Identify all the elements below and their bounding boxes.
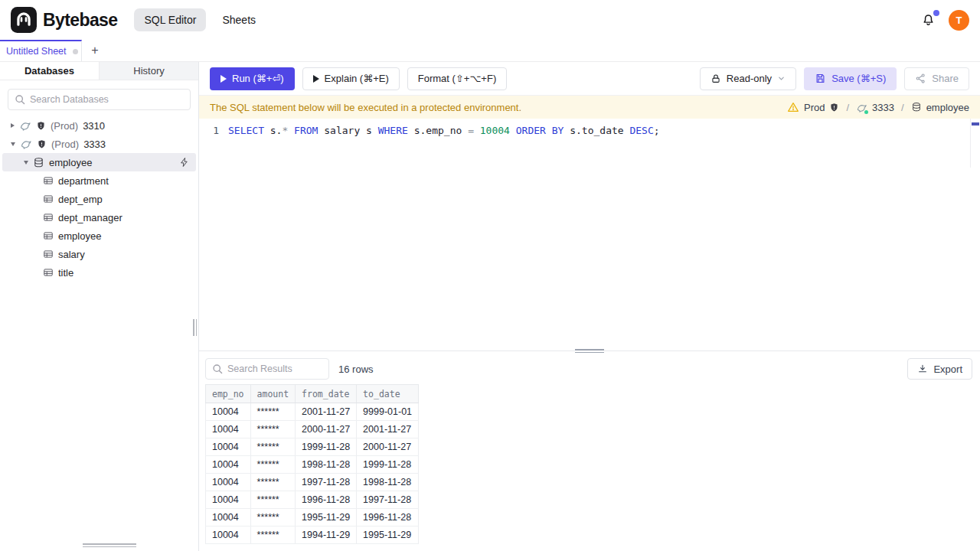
table-cell[interactable]: ****** xyxy=(250,456,296,474)
tree-table-dept_emp[interactable]: dept_emp xyxy=(0,190,198,208)
nav-sql-editor[interactable]: SQL Editor xyxy=(134,8,206,31)
tree-database-employee[interactable]: employee xyxy=(2,153,196,171)
tab-history[interactable]: History xyxy=(100,62,198,80)
table-cell[interactable]: 1994-11-29 xyxy=(296,527,357,544)
table-cell[interactable]: 1998-11-28 xyxy=(296,456,357,474)
tree-table-dept_manager[interactable]: dept_manager xyxy=(0,208,198,227)
table-icon xyxy=(43,230,54,241)
table-cell[interactable]: ****** xyxy=(250,527,296,544)
export-button[interactable]: Export xyxy=(907,358,972,380)
table-row[interactable]: 10004******1999-11-282000-11-27 xyxy=(206,439,419,456)
editor-minimap[interactable] xyxy=(970,119,980,168)
table-cell[interactable]: 1999-11-28 xyxy=(357,456,419,474)
tree-table-department[interactable]: department xyxy=(0,171,198,190)
table-cell[interactable]: ****** xyxy=(250,421,296,439)
table-cell[interactable]: 10004 xyxy=(206,456,251,474)
code-line[interactable]: 1 SELECT s.* FROM salary s WHERE s.emp_n… xyxy=(199,119,980,138)
table-cell[interactable]: 1997-11-28 xyxy=(357,491,419,509)
table-row[interactable]: 10004******1995-11-291996-11-28 xyxy=(206,509,419,527)
search-databases-input[interactable] xyxy=(8,89,191,110)
results-resize-handle[interactable] xyxy=(575,348,604,354)
table-cell[interactable]: 10004 xyxy=(206,421,251,439)
connection-status-dot xyxy=(864,110,868,114)
notification-badge xyxy=(933,10,939,16)
environment-label[interactable]: Prod xyxy=(804,102,825,113)
sidebar-resize-handle[interactable] xyxy=(193,319,198,336)
table-cell[interactable]: 1996-11-28 xyxy=(296,491,357,509)
share-button[interactable]: Share xyxy=(904,67,969,90)
table-row[interactable]: 10004******1994-11-291995-11-29 xyxy=(206,527,419,544)
editor-toolbar: Run (⌘+⏎) Explain (⌘+E) Format (⇧+⌥+F) xyxy=(199,62,980,96)
tree-instance-3310[interactable]: (Prod) 3310 xyxy=(0,116,198,135)
table-cell[interactable]: ****** xyxy=(250,403,296,421)
avatar[interactable]: T xyxy=(949,10,969,31)
sql-editor-pane[interactable]: 1 SELECT s.* FROM salary s WHERE s.emp_n… xyxy=(199,119,980,350)
table-cell[interactable]: 10004 xyxy=(206,491,251,509)
table-name-label: employee xyxy=(58,230,101,242)
caret-down-icon[interactable] xyxy=(11,142,15,146)
table-cell[interactable]: 1995-11-29 xyxy=(357,527,419,544)
mysql-icon xyxy=(856,102,867,113)
search-results-input[interactable] xyxy=(205,358,329,380)
tree-table-title[interactable]: title xyxy=(0,263,198,282)
notifications-button[interactable] xyxy=(920,12,936,28)
search-icon xyxy=(14,93,26,106)
table-list: departmentdept_empdept_manageremployeesa… xyxy=(0,171,198,282)
table-row[interactable]: 10004******1998-11-281999-11-28 xyxy=(206,456,419,474)
table-cell[interactable]: 9999-01-01 xyxy=(357,403,419,421)
table-cell[interactable]: 10004 xyxy=(206,474,251,491)
table-cell[interactable]: 10004 xyxy=(206,509,251,527)
new-sheet-button[interactable]: + xyxy=(82,40,108,61)
readonly-mode-button[interactable]: Read-only xyxy=(700,67,796,90)
brand[interactable]: Bytebase xyxy=(11,7,117,33)
table-cell[interactable]: 10004 xyxy=(206,403,251,421)
table-row[interactable]: 10004******2000-11-272001-11-27 xyxy=(206,421,419,439)
table-cell[interactable]: ****** xyxy=(250,491,296,509)
table-cell[interactable]: 1998-11-28 xyxy=(357,474,419,491)
table-cell[interactable]: ****** xyxy=(250,474,296,491)
save-button[interactable]: Save (⌘+S) xyxy=(804,67,897,90)
column-header[interactable]: emp_no xyxy=(206,385,251,403)
table-cell[interactable]: 10004 xyxy=(206,527,251,544)
instance-name-label: 3333 xyxy=(83,139,106,150)
table-row[interactable]: 10004******1997-11-281998-11-28 xyxy=(206,474,419,491)
table-cell[interactable]: 2001-11-27 xyxy=(296,403,357,421)
table-cell[interactable]: 2001-11-27 xyxy=(357,421,419,439)
table-cell[interactable]: 1997-11-28 xyxy=(296,474,357,491)
format-button[interactable]: Format (⇧+⌥+F) xyxy=(407,67,507,90)
tree-table-employee[interactable]: employee xyxy=(0,227,198,245)
instance-label[interactable]: 3333 xyxy=(872,102,894,113)
lightning-icon[interactable] xyxy=(179,157,190,168)
table-cell[interactable]: 2000-11-27 xyxy=(296,421,357,439)
explain-button[interactable]: Explain (⌘+E) xyxy=(302,67,400,90)
table-row[interactable]: 10004******1996-11-281997-11-28 xyxy=(206,491,419,509)
column-header[interactable]: from_date xyxy=(296,385,357,403)
instance-env-label: (Prod) xyxy=(51,139,79,150)
download-icon xyxy=(917,364,928,374)
sql-statement[interactable]: SELECT s.* FROM salary s WHERE s.emp_no … xyxy=(228,123,660,138)
table-cell[interactable]: ****** xyxy=(250,439,296,456)
table-cell[interactable]: 1995-11-29 xyxy=(296,509,357,527)
caret-down-icon[interactable] xyxy=(24,161,28,165)
database-icon xyxy=(911,102,922,112)
database-label[interactable]: employee xyxy=(926,102,969,113)
nav-sheets[interactable]: Sheets xyxy=(212,8,266,31)
column-header[interactable]: amount xyxy=(250,385,296,403)
run-button[interactable]: Run (⌘+⏎) xyxy=(210,67,295,90)
table-cell[interactable]: 2000-11-27 xyxy=(357,439,419,456)
table-row[interactable]: 10004******2001-11-279999-01-01 xyxy=(206,403,419,421)
table-cell[interactable]: 1999-11-28 xyxy=(296,439,357,456)
results-header-row: emp_noamountfrom_dateto_date xyxy=(206,385,419,403)
table-cell[interactable]: 1996-11-28 xyxy=(357,509,419,527)
table-cell[interactable]: ****** xyxy=(250,509,296,527)
caret-right-icon[interactable] xyxy=(11,123,15,128)
sidebar-bottom-resize-handle[interactable] xyxy=(83,543,136,548)
tree-instance-3333[interactable]: (Prod) 3333 xyxy=(0,135,198,153)
table-cell[interactable]: 10004 xyxy=(206,439,251,456)
results-toolbar: 16 rows Export xyxy=(199,354,980,384)
tab-untitled-sheet[interactable]: Untitled Sheet xyxy=(0,40,82,61)
bytebase-logo-icon xyxy=(11,7,37,33)
tab-databases[interactable]: Databases xyxy=(0,62,100,80)
column-header[interactable]: to_date xyxy=(357,385,419,403)
tree-table-salary[interactable]: salary xyxy=(0,245,198,263)
